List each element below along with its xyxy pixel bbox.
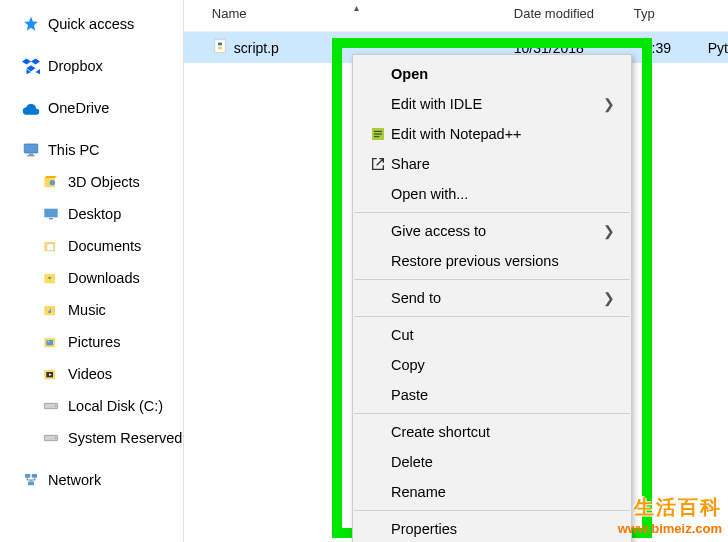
nav-label: Network <box>48 472 101 488</box>
downloads-icon <box>42 269 60 287</box>
sidebar-item-3d-objects[interactable]: 3D Objects <box>0 166 183 198</box>
disk-icon <box>42 429 60 447</box>
navigation-sidebar: Quick access Dropbox OneDrive This PC <box>0 0 184 542</box>
file-type: Pyt <box>684 40 728 56</box>
desktop-icon <box>42 205 60 223</box>
svg-rect-14 <box>25 474 30 478</box>
menu-item-edit-idle[interactable]: Edit with IDLE ❯ <box>353 89 631 119</box>
svg-rect-16 <box>28 482 34 486</box>
nav-label: Dropbox <box>48 58 103 74</box>
sidebar-item-videos[interactable]: Videos <box>0 358 183 390</box>
menu-item-edit-notepadpp[interactable]: Edit with Notepad++ <box>353 119 631 149</box>
nav-label: Local Disk (C:) <box>68 398 163 414</box>
sidebar-item-system-reserved[interactable]: System Reserved (D:) <box>0 422 183 454</box>
svg-rect-1 <box>29 154 34 156</box>
watermark: 生活百科 www.bimeiz.com <box>618 494 722 536</box>
file-name: script.p <box>234 40 279 56</box>
column-header-type[interactable]: Typ <box>634 6 728 21</box>
notepadpp-icon <box>365 126 391 142</box>
menu-item-restore[interactable]: Restore previous versions <box>353 246 631 276</box>
menu-label: Give access to <box>391 223 603 239</box>
menu-item-properties[interactable]: Properties <box>353 514 631 542</box>
svg-rect-6 <box>47 244 54 251</box>
nav-label: 3D Objects <box>68 174 140 190</box>
videos-icon <box>42 365 60 383</box>
context-menu: Open Edit with IDLE ❯ Edit with Notepad+… <box>352 54 632 542</box>
sidebar-item-network[interactable]: Network <box>0 464 183 496</box>
menu-label: Restore previous versions <box>391 253 619 269</box>
sidebar-item-onedrive[interactable]: OneDrive <box>0 92 183 124</box>
menu-label: Copy <box>391 357 619 373</box>
column-header-name[interactable]: ▴ Name <box>184 6 514 21</box>
menu-separator <box>354 279 630 280</box>
menu-label: Rename <box>391 484 619 500</box>
music-icon <box>42 301 60 319</box>
menu-item-create-shortcut[interactable]: Create shortcut <box>353 417 631 447</box>
star-icon <box>22 15 40 33</box>
nav-label: Pictures <box>68 334 120 350</box>
chevron-right-icon: ❯ <box>603 223 619 239</box>
svg-rect-15 <box>32 474 37 478</box>
menu-item-cut[interactable]: Cut <box>353 320 631 350</box>
network-icon <box>22 471 40 489</box>
share-icon <box>365 156 391 172</box>
pc-icon <box>22 141 40 159</box>
svg-rect-4 <box>44 209 57 218</box>
menu-item-give-access[interactable]: Give access to ❯ <box>353 216 631 246</box>
disk-icon <box>42 397 60 415</box>
svg-point-13 <box>55 437 56 438</box>
nav-label: This PC <box>48 142 100 158</box>
menu-label: Edit with Notepad++ <box>391 126 619 142</box>
menu-label: Open with... <box>391 186 619 202</box>
svg-point-3 <box>50 180 55 185</box>
menu-item-copy[interactable]: Copy <box>353 350 631 380</box>
3d-objects-icon <box>42 173 60 191</box>
sidebar-item-this-pc[interactable]: This PC <box>0 134 183 166</box>
sidebar-item-desktop[interactable]: Desktop <box>0 198 183 230</box>
sidebar-item-documents[interactable]: Documents <box>0 230 183 262</box>
nav-label: Music <box>68 302 106 318</box>
column-header-date[interactable]: Date modified <box>514 6 634 21</box>
header-label: Name <box>212 6 247 21</box>
sidebar-item-music[interactable]: Music <box>0 294 183 326</box>
menu-label: Share <box>391 156 619 172</box>
svg-rect-7 <box>46 340 53 345</box>
dropbox-icon <box>22 57 40 75</box>
cloud-icon <box>22 99 40 117</box>
sidebar-item-downloads[interactable]: Downloads <box>0 262 183 294</box>
svg-rect-5 <box>49 218 53 219</box>
menu-separator <box>354 212 630 213</box>
file-time: 1:39 <box>634 40 684 56</box>
menu-item-open-with[interactable]: Open with... <box>353 179 631 209</box>
documents-icon <box>42 237 60 255</box>
svg-point-11 <box>55 405 56 406</box>
column-header-row: ▴ Name Date modified Typ <box>184 0 728 32</box>
nav-label: System Reserved (D:) <box>68 430 184 446</box>
menu-item-rename[interactable]: Rename <box>353 477 631 507</box>
nav-label: OneDrive <box>48 100 109 116</box>
menu-item-paste[interactable]: Paste <box>353 380 631 410</box>
menu-label: Properties <box>391 521 619 537</box>
menu-label: Edit with IDLE <box>391 96 603 112</box>
sidebar-item-dropbox[interactable]: Dropbox <box>0 50 183 82</box>
nav-label: Documents <box>68 238 141 254</box>
python-file-icon <box>212 38 228 57</box>
watermark-url: www.bimeiz.com <box>618 521 722 536</box>
menu-label: Cut <box>391 327 619 343</box>
sidebar-item-local-disk[interactable]: Local Disk (C:) <box>0 390 183 422</box>
menu-item-share[interactable]: Share <box>353 149 631 179</box>
svg-rect-0 <box>24 144 38 153</box>
menu-item-send-to[interactable]: Send to ❯ <box>353 283 631 313</box>
svg-rect-2 <box>27 155 35 156</box>
menu-separator <box>354 510 630 511</box>
nav-label: Quick access <box>48 16 134 32</box>
menu-separator <box>354 413 630 414</box>
menu-label: Open <box>391 66 619 82</box>
sidebar-item-quick-access[interactable]: Quick access <box>0 8 183 40</box>
sidebar-item-pictures[interactable]: Pictures <box>0 326 183 358</box>
menu-item-open[interactable]: Open <box>353 59 631 89</box>
menu-item-delete[interactable]: Delete <box>353 447 631 477</box>
menu-label: Send to <box>391 290 603 306</box>
menu-label: Delete <box>391 454 619 470</box>
chevron-right-icon: ❯ <box>603 290 619 306</box>
